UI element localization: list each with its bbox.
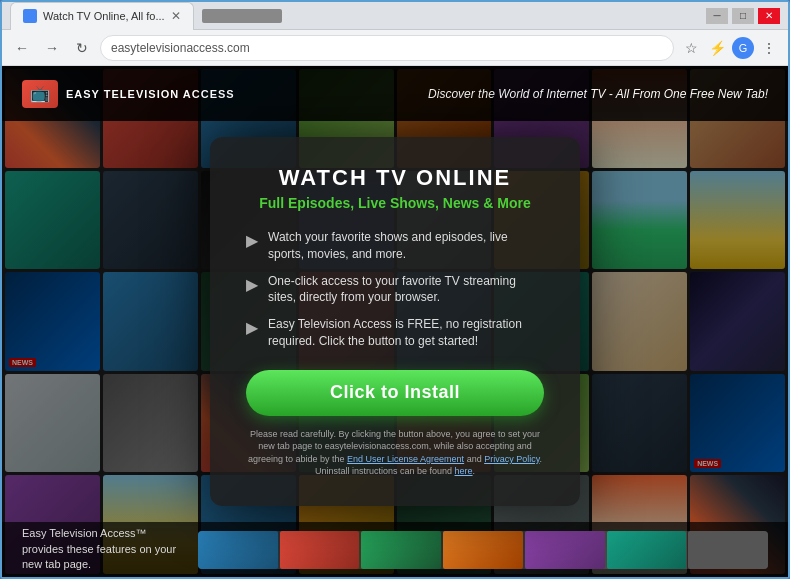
- close-button[interactable]: ✕: [758, 8, 780, 24]
- uninstall-link[interactable]: here: [455, 466, 473, 476]
- strip-thumb-2: [280, 531, 360, 569]
- minimize-button[interactable]: ─: [706, 8, 728, 24]
- feature-item-3: ▶ Easy Television Access is FREE, no reg…: [246, 316, 544, 350]
- loading-indicator: [202, 9, 282, 23]
- feature-item-1: ▶ Watch your favorite shows and episodes…: [246, 229, 544, 263]
- bullet-icon-1: ▶: [246, 230, 258, 252]
- bullet-icon-3: ▶: [246, 317, 258, 339]
- header-tagline: Discover the World of Internet TV - All …: [428, 87, 768, 101]
- feature-text-1: Watch your favorite shows and episodes, …: [268, 229, 544, 263]
- tv-icon: 📺: [30, 84, 50, 103]
- main-area: WATCH TV ONLINE Full Episodes, Live Show…: [2, 66, 788, 577]
- tab-title: Watch TV Online, All fo...: [43, 10, 165, 22]
- feature-list: ▶ Watch your favorite shows and episodes…: [246, 229, 544, 350]
- strip-thumb-1: [198, 531, 278, 569]
- modal-title: WATCH TV ONLINE: [246, 165, 544, 191]
- address-bar[interactable]: easytelevisionaccess.com: [100, 35, 674, 61]
- page-content: 📺 EASY TELEVISION ACCESS Discover the Wo…: [2, 66, 788, 577]
- bookmark-icon[interactable]: ☆: [680, 37, 702, 59]
- browser-frame: Watch TV Online, All fo... ✕ ─ □ ✕ ← → ↻…: [0, 0, 790, 579]
- strip-preview: [198, 531, 768, 569]
- bottom-strip: Easy Television Access™ provides these f…: [2, 522, 788, 577]
- profile-icon[interactable]: G: [732, 37, 754, 59]
- strip-thumb-4: [443, 531, 523, 569]
- feature-text-2: One-click access to your favorite TV str…: [268, 273, 544, 307]
- strip-description: Easy Television Access™ provides these f…: [22, 526, 182, 572]
- menu-icon[interactable]: ⋮: [758, 37, 780, 59]
- window-controls: ─ □ ✕: [706, 8, 780, 24]
- forward-button[interactable]: →: [40, 36, 64, 60]
- eula-link[interactable]: End User License Agreement: [347, 454, 464, 464]
- feature-text-3: Easy Television Access is FREE, no regis…: [268, 316, 544, 350]
- title-bar: Watch TV Online, All fo... ✕ ─ □ ✕: [2, 2, 788, 30]
- strip-thumb-3: [361, 531, 441, 569]
- tab-close-button[interactable]: ✕: [171, 9, 181, 23]
- browser-tab[interactable]: Watch TV Online, All fo... ✕: [10, 2, 194, 30]
- install-modal: WATCH TV ONLINE Full Episodes, Live Show…: [210, 137, 580, 506]
- privacy-link[interactable]: Privacy Policy: [484, 454, 539, 464]
- logo-area: 📺 EASY TELEVISION ACCESS: [22, 80, 235, 108]
- install-button[interactable]: Click to Install: [246, 370, 544, 416]
- strip-thumb-7: [688, 531, 768, 569]
- maximize-button[interactable]: □: [732, 8, 754, 24]
- toolbar: ← → ↻ easytelevisionaccess.com ☆ ⚡ G ⋮: [2, 30, 788, 66]
- modal-subtitle: Full Episodes, Live Shows, News & More: [246, 195, 544, 211]
- extensions-icon[interactable]: ⚡: [706, 37, 728, 59]
- back-button[interactable]: ←: [10, 36, 34, 60]
- strip-thumb-5: [525, 531, 605, 569]
- legal-text: Please read carefully. By clicking the b…: [246, 428, 544, 478]
- tab-favicon: [23, 9, 37, 23]
- feature-item-2: ▶ One-click access to your favorite TV s…: [246, 273, 544, 307]
- site-header: 📺 EASY TELEVISION ACCESS Discover the Wo…: [2, 66, 788, 121]
- address-text: easytelevisionaccess.com: [111, 41, 250, 55]
- refresh-button[interactable]: ↻: [70, 36, 94, 60]
- tv-background: 📺 EASY TELEVISION ACCESS Discover the Wo…: [2, 66, 788, 577]
- toolbar-icons: ☆ ⚡ G ⋮: [680, 37, 780, 59]
- logo-icon: 📺: [22, 80, 58, 108]
- strip-thumb-6: [607, 531, 687, 569]
- logo-text: EASY TELEVISION ACCESS: [66, 88, 235, 100]
- bullet-icon-2: ▶: [246, 274, 258, 296]
